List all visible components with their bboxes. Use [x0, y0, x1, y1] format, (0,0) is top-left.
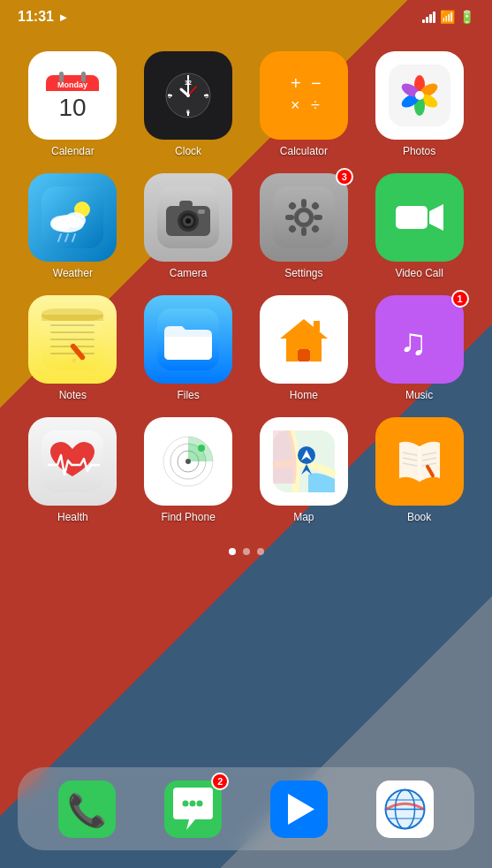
videocall-label: Video Call [395, 267, 443, 279]
svg-point-51 [294, 208, 314, 227]
app-clock[interactable]: 12 3 9 6 Clock [135, 51, 242, 157]
svg-line-96 [422, 453, 436, 455]
svg-line-93 [403, 453, 417, 455]
svg-rect-57 [287, 201, 297, 210]
notes-label: Notes [59, 389, 87, 401]
svg-point-30 [414, 96, 425, 116]
app-book[interactable]: Book [366, 417, 473, 523]
svg-rect-0 [46, 75, 99, 122]
svg-point-45 [180, 213, 196, 229]
svg-text:÷: ÷ [311, 96, 320, 114]
app-health[interactable]: Health [19, 417, 126, 523]
svg-rect-71 [42, 315, 103, 321]
app-photos[interactable]: Photos [366, 51, 473, 157]
dock-phone-icon: 📞 [56, 778, 117, 840]
home-icon [260, 295, 348, 384]
app-findphone[interactable]: Find Phone [135, 417, 242, 523]
svg-point-52 [299, 212, 309, 223]
svg-point-105 [196, 800, 202, 806]
svg-point-28 [417, 80, 439, 99]
dock: 📞 2 [18, 767, 474, 850]
page-dot-3[interactable] [257, 548, 264, 555]
svg-rect-5 [59, 72, 64, 82]
svg-rect-75 [273, 308, 335, 370]
app-home[interactable]: Home [251, 295, 358, 401]
app-videocall[interactable]: Video Call [366, 173, 473, 279]
calendar-icon: Monday 10 [28, 51, 117, 140]
app-files[interactable]: Files [135, 295, 242, 401]
photos-label: Photos [403, 145, 435, 157]
app-music[interactable]: 1 ♫ Music [366, 295, 473, 401]
svg-rect-50 [273, 187, 335, 248]
svg-point-33 [415, 91, 424, 100]
svg-rect-34 [42, 187, 103, 248]
svg-line-17 [181, 89, 188, 95]
dock-messages[interactable]: 2 [162, 778, 223, 840]
svg-text:12: 12 [185, 80, 192, 86]
weather-icon [28, 173, 117, 262]
page-dot-2[interactable] [243, 548, 250, 555]
app-weather[interactable]: Weather [19, 173, 126, 279]
music-label: Music [405, 389, 433, 401]
svg-rect-2 [46, 84, 99, 91]
svg-point-85 [178, 451, 199, 472]
page-dot-1[interactable] [229, 548, 236, 555]
svg-line-41 [72, 234, 75, 241]
svg-point-104 [189, 800, 195, 806]
dock-browser[interactable] [375, 778, 436, 840]
svg-rect-72 [70, 343, 87, 362]
svg-rect-58 [310, 201, 320, 210]
music-icon: 1 ♫ [375, 295, 464, 384]
svg-point-84 [170, 444, 206, 479]
dock-browser-icon [375, 778, 436, 840]
svg-rect-99 [425, 464, 435, 478]
app-calendar[interactable]: Monday 10 Calendar [19, 51, 126, 157]
map-label: Map [293, 511, 314, 523]
findphone-label: Find Phone [161, 511, 215, 523]
svg-rect-43 [166, 206, 210, 236]
app-grid: Monday 10 Calendar 12 3 9 6 [0, 34, 492, 532]
svg-rect-6 [81, 72, 86, 82]
app-settings[interactable]: 3 [251, 173, 358, 279]
svg-marker-76 [280, 319, 328, 362]
music-badge: 1 [451, 290, 469, 308]
svg-rect-78 [314, 321, 320, 331]
app-map[interactable]: Map [251, 417, 358, 523]
svg-rect-59 [287, 224, 297, 233]
svg-point-46 [183, 216, 193, 226]
settings-icon: 3 [260, 173, 348, 262]
battery-icon: 🔋 [459, 10, 474, 24]
dock-playstore[interactable] [269, 778, 330, 840]
svg-rect-70 [42, 308, 103, 321]
map-icon [260, 417, 348, 506]
svg-point-38 [64, 212, 86, 228]
svg-rect-66 [50, 331, 95, 333]
svg-marker-63 [429, 204, 443, 231]
svg-point-31 [399, 91, 421, 110]
svg-point-32 [399, 80, 421, 99]
svg-text:9: 9 [168, 93, 171, 99]
files-icon [144, 295, 232, 384]
app-notes[interactable]: Notes [19, 295, 126, 401]
dock-phone[interactable]: 📞 [56, 778, 117, 840]
svg-rect-56 [314, 215, 322, 220]
svg-rect-26 [389, 65, 450, 126]
svg-rect-42 [157, 187, 219, 248]
svg-point-90 [298, 446, 315, 464]
svg-rect-55 [285, 215, 294, 220]
svg-text:6: 6 [186, 109, 190, 115]
camera-label: Camera [170, 267, 208, 279]
svg-point-7 [163, 71, 213, 120]
svg-rect-74 [157, 308, 219, 370]
svg-point-27 [414, 75, 425, 95]
status-time: 11:31 ► [18, 9, 69, 25]
svg-line-94 [403, 458, 417, 461]
svg-line-97 [422, 458, 436, 461]
svg-text:×: × [291, 96, 300, 114]
findphone-icon [144, 417, 232, 506]
svg-rect-1 [46, 75, 99, 91]
status-icons: 📶 🔋 [422, 10, 474, 24]
app-calculator[interactable]: + − × ÷ Calculator [251, 51, 358, 157]
app-camera[interactable]: Camera [135, 173, 242, 279]
svg-rect-68 [50, 346, 95, 347]
